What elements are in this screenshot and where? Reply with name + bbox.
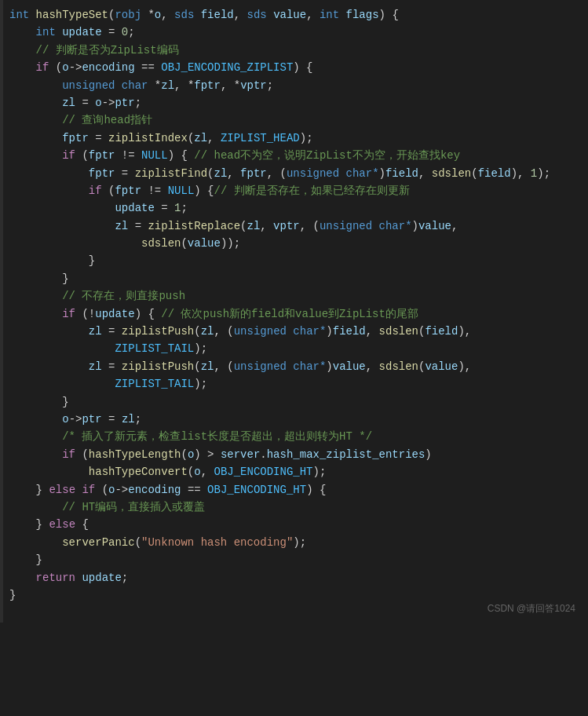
code-line: return update; [9,569,579,586]
code-line: zl = ziplistReplace(zl, vptr, (unsigned … [9,217,579,235]
code-line: zl = o->ptr; [9,94,579,111]
code-line: ZIPLIST_TAIL); [9,340,579,357]
code-line: if (o->encoding == OBJ_ENCODING_ZIPLIST)… [9,59,579,76]
watermark: CSDN @请回答1024 [488,601,575,616]
code-line: } [9,393,579,411]
code-block: int hashTypeSet(robj *o, sds field, sds … [0,0,588,623]
code-line: fptr = ziplistIndex(zl, ZIPLIST_HEAD); [9,130,579,147]
code-line: } else if (o->encoding == OBJ_ENCODING_H… [9,481,579,499]
code-line: zl = ziplistPush(zl, (unsigned char*)fie… [9,323,579,340]
code-content: int hashTypeSet(robj *o, sds field, sds … [9,6,579,604]
code-line: } [9,252,579,269]
code-line: if (hashTypeLength(o) > server.hash_max_… [9,446,579,463]
code-line: int update = 0; [9,24,579,41]
code-line: ZIPLIST_TAIL); [9,375,579,393]
code-line: if (!update) { // 依次push新的field和value到Zi… [9,305,579,323]
code-line: } else { [9,516,579,533]
code-line: // 不存在，则直接push [9,287,579,305]
code-line: update = 1; [9,199,579,217]
code-line: // 查询head指针 [9,111,579,129]
code-line: hashTypeConvert(o, OBJ_ENCODING_HT); [9,463,579,480]
code-line: fptr = ziplistFind(zl, fptr, (unsigned c… [9,165,579,182]
left-border [0,0,3,623]
code-line: } [9,270,579,287]
code-line: if (fptr != NULL) {// 判断是否存在，如果已经存在则更新 [9,182,579,199]
code-line: zl = ziplistPush(zl, (unsigned char*)val… [9,358,579,375]
code-line: sdslen(value)); [9,235,579,252]
code-line: // 判断是否为ZipList编码 [9,42,579,59]
code-line: o->ptr = zl; [9,411,579,428]
code-line: // HT编码，直接插入或覆盖 [9,499,579,516]
code-line: if (fptr != NULL) { // head不为空，说明ZipList… [9,147,579,164]
code-line: /* 插入了新元素，检查list长度是否超出，超出则转为HT */ [9,428,579,445]
code-line: serverPanic("Unknown hash encoding"); [9,534,579,551]
code-line: } [9,551,579,568]
code-line: int hashTypeSet(robj *o, sds field, sds … [9,6,579,24]
code-line: unsigned char *zl, *fptr, *vptr; [9,77,579,94]
